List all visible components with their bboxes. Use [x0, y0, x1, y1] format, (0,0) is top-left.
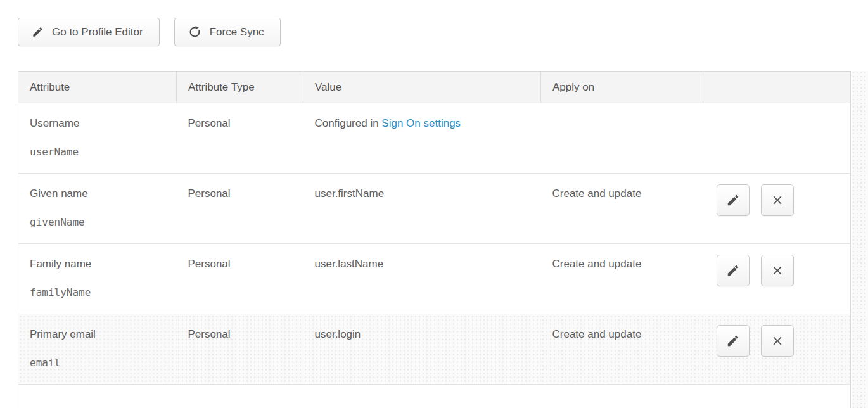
pencil-icon	[726, 334, 740, 348]
close-icon	[771, 264, 784, 277]
attribute-variable-name: familyName	[30, 287, 177, 298]
attribute-mappings-table: Attribute Attribute Type Value Apply on …	[18, 71, 851, 408]
actions-cell	[703, 174, 851, 244]
column-header-attribute: Attribute	[18, 72, 177, 103]
attribute-display-name: Username	[30, 117, 177, 130]
column-header-apply-on: Apply on	[541, 72, 703, 103]
remove-attribute-button[interactable]	[761, 255, 794, 286]
table-row: Username userName Personal Configured in…	[18, 103, 851, 174]
remove-attribute-button[interactable]	[761, 325, 794, 357]
close-icon	[771, 335, 784, 347]
value-text: Configured in	[315, 117, 382, 129]
column-header-actions	[703, 72, 851, 103]
attribute-cell: Family name familyName	[18, 244, 177, 314]
column-header-value: Value	[303, 72, 541, 103]
attribute-display-name: Primary email	[30, 328, 177, 341]
apply-on-cell: Create and update	[541, 174, 703, 244]
table-row	[18, 385, 851, 408]
attribute-variable-name: email	[30, 357, 177, 369]
pencil-icon	[726, 193, 740, 207]
attribute-type-cell: Personal	[177, 103, 303, 174]
column-header-attribute-type: Attribute Type	[177, 72, 303, 103]
attribute-cell: Username userName	[18, 103, 177, 174]
go-to-profile-editor-button[interactable]: Go to Profile Editor	[18, 18, 160, 46]
attribute-cell: Given name givenName	[18, 174, 177, 244]
value-cell: Configured in Sign On settings	[303, 103, 541, 174]
attribute-display-name: Given name	[30, 188, 177, 200]
sign-on-settings-link[interactable]: Sign On settings	[381, 117, 461, 129]
close-icon	[771, 194, 784, 207]
actions-cell	[703, 103, 851, 174]
attribute-type-cell: Personal	[177, 174, 303, 244]
actions-cell	[703, 314, 851, 385]
attribute-type-cell: Personal	[177, 314, 303, 385]
value-cell: user.login	[303, 314, 541, 385]
background-texture	[852, 71, 868, 408]
apply-on-cell	[541, 103, 703, 174]
actions-cell	[703, 244, 851, 314]
remove-attribute-button[interactable]	[761, 184, 794, 216]
edit-attribute-button[interactable]	[717, 325, 750, 357]
toolbar: Go to Profile Editor Force Sync	[18, 18, 868, 46]
pencil-icon	[32, 26, 44, 38]
apply-on-cell: Create and update	[541, 314, 703, 385]
table-row: Primary email email Personal user.login …	[18, 314, 851, 385]
go-to-profile-editor-label: Go to Profile Editor	[52, 26, 143, 39]
value-cell: user.firstName	[303, 174, 541, 244]
table-row: Family name familyName Personal user.las…	[18, 244, 851, 314]
edit-attribute-button[interactable]	[717, 255, 750, 286]
attribute-variable-name: userName	[30, 146, 177, 158]
refresh-icon	[188, 25, 201, 39]
force-sync-button[interactable]: Force Sync	[174, 18, 281, 46]
table-header-row: Attribute Attribute Type Value Apply on	[18, 72, 851, 103]
force-sync-label: Force Sync	[210, 26, 264, 39]
value-cell: user.lastName	[303, 244, 541, 314]
attribute-variable-name: givenName	[30, 217, 177, 228]
table-row: Given name givenName Personal user.first…	[18, 174, 851, 244]
attribute-type-cell: Personal	[177, 244, 303, 314]
apply-on-cell: Create and update	[541, 244, 703, 314]
attribute-cell: Primary email email	[18, 314, 177, 385]
pencil-icon	[726, 264, 740, 277]
attribute-display-name: Family name	[30, 258, 177, 271]
edit-attribute-button[interactable]	[717, 184, 750, 216]
